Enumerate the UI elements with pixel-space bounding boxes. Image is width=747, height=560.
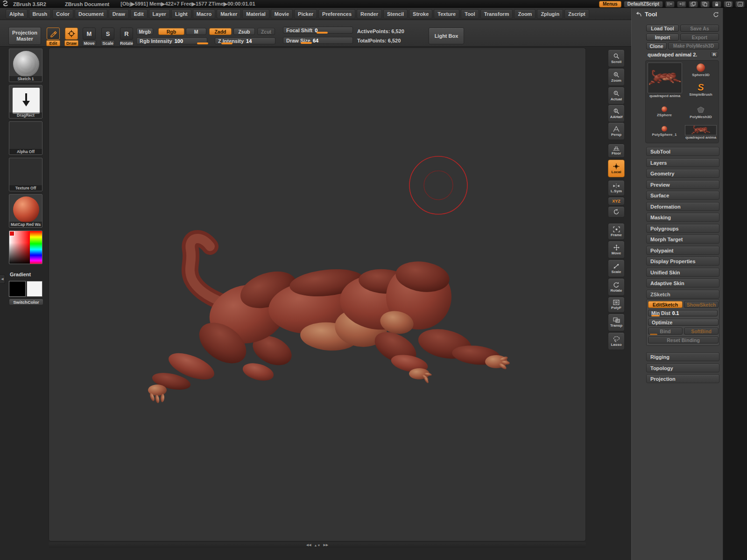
- polysphere-tool[interactable]: PolySphere_1: [648, 125, 681, 137]
- simplebrush-tool[interactable]: S SimpleBrush: [684, 82, 718, 97]
- document-canvas[interactable]: [49, 48, 586, 541]
- z-intensity-slider[interactable]: Z Intensity 14: [215, 37, 275, 44]
- rotate-mode-button[interactable]: R Rotate: [120, 28, 134, 46]
- paste-document-icon[interactable]: [700, 1, 710, 7]
- menu-stroke[interactable]: Stroke: [409, 9, 432, 19]
- section-surface[interactable]: Surface: [646, 191, 719, 200]
- menu-layer[interactable]: Layer: [149, 9, 170, 19]
- rtb-lsym-button[interactable]: L.Sym: [608, 180, 625, 196]
- export-button[interactable]: Export: [680, 34, 719, 41]
- section-polygroups[interactable]: Polygroups: [646, 224, 719, 233]
- scroll-vertical-icon[interactable]: ▲▼: [314, 544, 321, 547]
- zcut-button[interactable]: Zcut: [257, 28, 275, 35]
- menu-edit[interactable]: Edit: [130, 9, 148, 19]
- section-masking[interactable]: Masking: [646, 213, 719, 222]
- menu-brush[interactable]: Brush: [29, 9, 51, 19]
- z-intensity-marker[interactable]: [221, 42, 233, 44]
- rtb-polyf-button[interactable]: PolyF: [608, 297, 625, 313]
- m-button[interactable]: M: [186, 28, 206, 35]
- reset-binding-button[interactable]: Reset Binding: [648, 336, 719, 343]
- draw-mode-button[interactable]: Draw: [64, 28, 78, 46]
- hue-bar[interactable]: [30, 231, 42, 264]
- menu-transform[interactable]: Transform: [480, 9, 513, 19]
- lock-icon[interactable]: [712, 1, 721, 7]
- quadraped-small-tool[interactable]: quadraped anima: [684, 125, 718, 140]
- zadd-button[interactable]: Zadd: [209, 28, 232, 35]
- rtb-zoom-button[interactable]: Zoom: [608, 68, 625, 86]
- section-geometry[interactable]: Geometry: [646, 169, 719, 178]
- menu-alpha[interactable]: Alpha: [6, 9, 28, 19]
- optimize-button[interactable]: Optimize: [648, 319, 719, 326]
- rtb-local-button[interactable]: Local: [608, 160, 625, 177]
- color-picker[interactable]: [9, 231, 42, 264]
- section-preview[interactable]: Preview: [646, 180, 719, 189]
- rtb-transp-button[interactable]: Transp: [608, 314, 625, 331]
- copy-document-icon[interactable]: [689, 1, 698, 7]
- rtb-rotate-button[interactable]: Rotate: [608, 278, 625, 296]
- rtb-scroll-button[interactable]: Scroll: [608, 49, 625, 67]
- gradient-toggle[interactable]: Gradient: [10, 272, 31, 277]
- projection-master-button[interactable]: Projection Master: [8, 27, 41, 45]
- scroll-right-icon[interactable]: ▶▶: [323, 543, 328, 547]
- menu-picker[interactable]: Picker: [294, 9, 317, 19]
- make-polymesh3d-button[interactable]: Make PolyMesh3D: [668, 42, 719, 49]
- focal-shift-marker[interactable]: [317, 32, 328, 34]
- menu-texture[interactable]: Texture: [434, 9, 459, 19]
- section-topology[interactable]: Topology: [646, 364, 719, 372]
- section-polypaint[interactable]: Polypaint: [646, 246, 719, 255]
- menu-color[interactable]: Color: [52, 9, 73, 19]
- light-box-button[interactable]: Light Box: [429, 28, 464, 44]
- canvas-scrollbar[interactable]: ◀◀ ▲▼ ▶▶: [49, 542, 586, 548]
- store-document-icon[interactable]: [724, 1, 733, 7]
- draw-size-marker[interactable]: [301, 42, 312, 44]
- rtb-floor-button[interactable]: Floor: [608, 144, 625, 158]
- edit-mode-button[interactable]: Edit: [46, 28, 60, 46]
- show-sketch-button[interactable]: ShowSketch: [684, 301, 719, 308]
- zsub-button[interactable]: Zsub: [233, 28, 255, 35]
- section-projection[interactable]: Projection: [646, 374, 719, 383]
- texture-thumb[interactable]: Texture Off: [9, 158, 42, 191]
- move-mode-button[interactable]: M Move: [82, 28, 96, 46]
- default-zscript-button[interactable]: DefaultZScript: [624, 1, 663, 7]
- rtb-xyz-button[interactable]: XYZ: [608, 197, 625, 205]
- menu-zoom[interactable]: Zoom: [514, 9, 536, 19]
- clone-button[interactable]: Clone: [646, 42, 667, 49]
- menu-macro[interactable]: Macro: [193, 9, 215, 19]
- menu-marker[interactable]: Marker: [217, 9, 241, 19]
- section-deformation[interactable]: Deformation: [646, 202, 719, 211]
- section-adaptive-skin[interactable]: Adaptive Skin: [646, 279, 719, 287]
- rtb-scale-button[interactable]: Scale: [608, 259, 625, 277]
- menu-document[interactable]: Document: [75, 9, 107, 19]
- rename-tool-button[interactable]: R: [711, 51, 718, 57]
- rgb-intensity-slider[interactable]: Rgb Intensity 100: [136, 37, 207, 44]
- import-button[interactable]: Import: [646, 34, 679, 41]
- rgb-intensity-marker[interactable]: [197, 42, 208, 44]
- menus-button[interactable]: Menus: [599, 1, 621, 7]
- scale-mode-button[interactable]: S Scale: [101, 28, 115, 46]
- polymesh3d-tool[interactable]: PolyMesh3D: [684, 105, 718, 119]
- active-tool-thumb[interactable]: quadraped anima: [648, 63, 682, 98]
- section-rigging[interactable]: Rigging: [646, 352, 719, 361]
- sculpt-model[interactable]: [49, 48, 586, 541]
- rgb-button[interactable]: Rgb: [158, 28, 184, 35]
- rtb-spin-button[interactable]: [608, 206, 625, 217]
- load-tool-button[interactable]: Load Tool: [646, 25, 679, 32]
- alpha-thumb[interactable]: Alpha Off: [9, 121, 42, 155]
- panel-reset-icon[interactable]: [713, 12, 719, 18]
- panel-back-arrow-icon[interactable]: [635, 11, 642, 17]
- rtb-actual-button[interactable]: Actual: [608, 87, 625, 105]
- menu-movie[interactable]: Movie: [271, 9, 293, 19]
- section-zsketch[interactable]: ZSketch: [646, 290, 719, 299]
- secondary-color-swatch[interactable]: [27, 281, 42, 297]
- menu-light[interactable]: Light: [171, 9, 191, 19]
- menu-preferences[interactable]: Preferences: [318, 9, 355, 19]
- menu-zplugin[interactable]: Zplugin: [537, 9, 563, 19]
- rtb-persp-button[interactable]: Persp: [608, 122, 625, 140]
- stroke-type-thumb[interactable]: DragRect: [9, 85, 42, 119]
- switch-color-button[interactable]: SwitchColor: [9, 299, 43, 305]
- minimize-window-icon[interactable]: [735, 1, 745, 7]
- menu-tool[interactable]: Tool: [461, 9, 479, 19]
- section-unified-skin[interactable]: Unified Skin: [646, 268, 719, 277]
- menu-material[interactable]: Material: [242, 9, 269, 19]
- section-subtool[interactable]: SubTool: [646, 147, 719, 156]
